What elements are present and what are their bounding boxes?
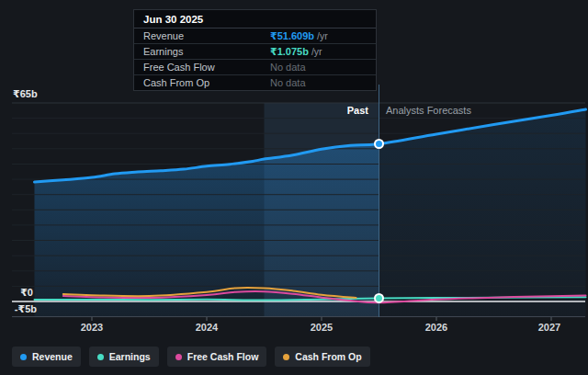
tooltip-value: No data [270, 62, 306, 73]
legend: Revenue Earnings Free Cash Flow Cash Fro… [12, 347, 370, 367]
earnings-dot-icon [97, 354, 104, 360]
legend-item-free-cash-flow[interactable]: Free Cash Flow [167, 347, 267, 367]
tooltip-value-suffix: /yr [311, 46, 322, 57]
hover-marker-revenue[interactable] [375, 140, 383, 148]
hover-marker-earnings[interactable] [375, 294, 383, 302]
tooltip-value: ₹1.075b [270, 46, 309, 57]
x-axis-label-2024: 2024 [187, 322, 227, 333]
revenue-dot-icon [20, 354, 27, 360]
tooltip-value-suffix: /yr [317, 30, 328, 41]
cash-from-op-dot-icon [283, 354, 289, 360]
x-axis-label-2025: 2025 [301, 322, 342, 333]
legend-item-earnings[interactable]: Earnings [89, 347, 159, 367]
y-axis-label-neg5b: -₹5b [0, 303, 37, 315]
tooltip-label: Earnings [143, 45, 270, 58]
legend-label: Revenue [32, 351, 73, 362]
tooltip-label: Free Cash Flow [143, 61, 270, 74]
free-cash-flow-dot-icon [175, 354, 182, 360]
legend-item-revenue[interactable]: Revenue [12, 347, 81, 367]
tooltip-row-cash-from-op: Cash From Op No data [134, 75, 376, 90]
tooltip-label: Revenue [143, 29, 270, 42]
legend-label: Free Cash Flow [187, 351, 259, 362]
y-axis-label-65b: ₹65b [13, 88, 38, 100]
y-axis-label-zero: ₹0 [0, 287, 33, 299]
legend-label: Earnings [109, 351, 151, 362]
x-axis-label-2027: 2027 [529, 322, 570, 333]
financials-chart-page: ₹65b ₹0 -₹5b Past Analysts Forecasts 202… [0, 0, 588, 375]
hover-tooltip: Jun 30 2025 Revenue ₹51.609b/yr Earnings… [133, 9, 377, 91]
legend-label: Cash From Op [295, 351, 361, 362]
tooltip-row-free-cash-flow: Free Cash Flow No data [134, 60, 376, 75]
x-axis-label-2026: 2026 [416, 322, 457, 333]
tooltip-value: No data [270, 77, 306, 88]
tooltip-value: ₹51.609b [270, 30, 314, 41]
tooltip-row-revenue: Revenue ₹51.609b/yr [134, 28, 376, 44]
past-label: Past [0, 105, 368, 116]
tooltip-date: Jun 30 2025 [134, 10, 376, 28]
x-axis-label-2023: 2023 [72, 322, 112, 333]
tooltip-label: Cash From Op [143, 76, 270, 89]
legend-item-cash-from-op[interactable]: Cash From Op [275, 347, 369, 367]
tooltip-row-earnings: Earnings ₹1.075b/yr [134, 44, 376, 60]
analysts-forecasts-label: Analysts Forecasts [386, 105, 471, 116]
